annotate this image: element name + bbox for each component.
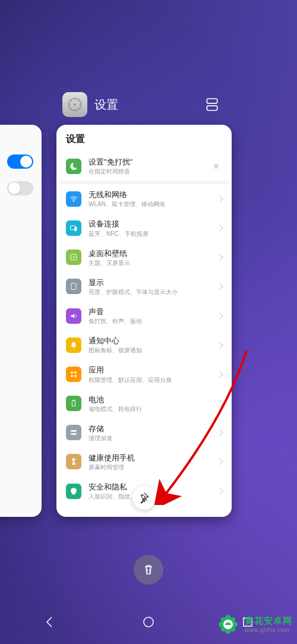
setting-storage[interactable]: 存储清理加速 [59,418,229,447]
chevron-right-icon [216,312,223,319]
bell-icon [66,337,81,353]
setting-notification[interactable]: 通知中心图标角标、锁屏通知 [59,330,229,359]
pin-button[interactable] [132,486,156,510]
recent-app-header: 设置 [62,92,118,117]
svg-rect-17 [71,430,76,432]
svg-point-34 [226,622,228,623]
setting-desktop[interactable]: 桌面和壁纸主题、灭屏显示 [59,243,229,272]
watermark-logo [214,611,242,638]
setting-device-conn[interactable]: 设备连接蓝牙、NFC、手机投屏 [59,213,229,242]
toggle-switch-off[interactable] [7,181,33,195]
svg-point-10 [73,347,74,348]
card-title: 设置 [56,125,232,151]
chevron-right-icon [216,225,223,231]
nav-back-button[interactable] [42,615,56,632]
svg-point-4 [73,201,74,202]
setting-wireless[interactable]: 无线和网络WLAN、双卡管理、移动网络 [59,184,229,213]
sound-icon [66,308,81,324]
app-title: 设置 [94,97,118,113]
wifi-icon [66,191,81,207]
svg-point-1 [74,103,76,106]
layout-switch-button[interactable] [204,97,220,112]
svg-rect-13 [71,375,72,377]
setting-dnd[interactable]: 设置"免打扰"在指定时间静音 ✕ [59,151,229,181]
svg-rect-11 [71,371,72,373]
device-icon [66,220,81,236]
chevron-right-icon [216,283,223,290]
wallpaper-icon [66,250,81,265]
chevron-right-icon [216,459,223,465]
battery-icon [66,396,81,411]
settings-app-card[interactable]: 设置 设置"免打扰"在指定时间静音 ✕ 无线和网络WLAN、双卡管理、移动网络 … [56,125,232,517]
setting-display[interactable]: 显示亮度、护眼模式、字体与显示大小 [59,272,229,301]
svg-rect-3 [207,106,217,111]
close-icon[interactable]: ✕ [210,162,222,171]
setting-battery[interactable]: 电池省电模式、耗电排行 [59,389,229,418]
svg-rect-16 [73,400,75,400]
previous-app-card[interactable] [0,125,42,517]
watermark: 青花安卓网 www.qhhlv.com [214,611,292,638]
svg-rect-12 [74,371,76,373]
clear-all-button[interactable] [134,555,163,585]
svg-rect-6 [74,227,77,231]
svg-point-8 [73,257,75,258]
chevron-right-icon [216,488,223,494]
svg-rect-15 [72,400,75,406]
chevron-right-icon [216,342,223,348]
svg-rect-2 [207,99,217,103]
display-icon [66,279,81,294]
svg-rect-14 [74,375,76,377]
chevron-right-icon [216,254,223,260]
setting-health[interactable]: 健康使用手机屏幕时间管理 [59,447,229,476]
hourglass-icon [66,454,81,469]
settings-list: 设置"免打扰"在指定时间静音 ✕ 无线和网络WLAN、双卡管理、移动网络 设备连… [56,151,232,506]
apps-icon [66,367,81,382]
svg-point-35 [229,622,230,623]
svg-rect-18 [71,434,76,435]
storage-icon [66,425,81,440]
setting-apps[interactable]: 应用权限管理、默认应用、应用分身 [59,359,229,389]
setting-sound[interactable]: 声音免打扰、铃声、振动 [59,301,229,330]
toggle-switch-on[interactable] [7,154,33,169]
svg-rect-9 [71,283,76,290]
watermark-url: www.qhhlv.com [245,627,292,633]
shield-icon [66,484,81,499]
settings-app-icon [62,92,87,117]
chevron-right-icon [216,371,223,377]
svg-point-23 [144,617,153,627]
moon-icon [66,159,81,174]
chevron-right-icon [216,195,223,202]
chevron-right-icon [216,430,223,436]
chevron-right-icon [216,400,223,406]
nav-home-button[interactable] [141,615,156,632]
watermark-name: 青花安卓网 [245,615,292,627]
